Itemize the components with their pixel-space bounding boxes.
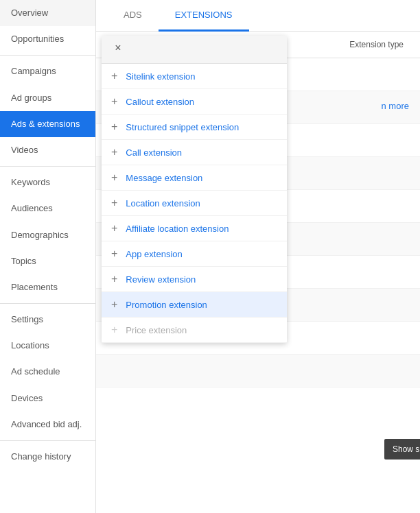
plus-icon: +	[111, 121, 117, 132]
tooltip-text: Show special sales and offers	[393, 444, 420, 454]
tab-ads[interactable]: ADS	[107, 0, 159, 32]
extension-item-label-affiliate-location: Affiliate location extension	[126, 224, 229, 234]
plus-icon: +	[111, 147, 117, 158]
sidebar-divider	[0, 440, 95, 441]
dropdown-items-container: +Sitelink extension+Callout extension+St…	[102, 64, 287, 343]
tab-bar: ADSEXTENSIONS	[96, 0, 420, 32]
more-link[interactable]: n more	[382, 101, 409, 111]
sidebar-item-ads-extensions[interactable]: Ads & extensions	[0, 111, 95, 137]
extension-item-review[interactable]: +Review extension	[102, 267, 287, 292]
extension-item-label-sitelink: Sitelink extension	[126, 71, 195, 82]
sidebar-item-campaigns[interactable]: Campaigns	[0, 58, 95, 84]
sidebar-item-settings[interactable]: Settings	[0, 307, 95, 333]
extension-item-label-message: Message extension	[126, 173, 202, 183]
plus-icon: +	[111, 324, 117, 335]
sidebar-item-ad-schedule[interactable]: Ad schedule	[0, 359, 95, 385]
sidebar-item-devices[interactable]: Devices	[0, 385, 95, 411]
extension-item-label-review: Review extension	[126, 274, 196, 285]
table-row	[96, 355, 420, 387]
sidebar-item-demographics[interactable]: Demographics	[0, 222, 95, 248]
extension-item-message[interactable]: +Message extension	[102, 165, 287, 191]
sidebar-item-placements[interactable]: Placements	[0, 274, 95, 300]
extension-item-callout[interactable]: +Callout extension	[102, 89, 287, 115]
tab-extensions[interactable]: EXTENSIONS	[159, 0, 249, 32]
extension-item-call[interactable]: +Call extension	[102, 140, 287, 165]
sidebar-item-ad-groups[interactable]: Ad groups	[0, 85, 95, 111]
main-content: ADSEXTENSIONS Extension type n more × +S…	[96, 0, 420, 513]
dropdown-close-row: ×	[102, 36, 287, 64]
extension-item-structured-snippet[interactable]: +Structured snippet extension	[102, 115, 287, 140]
extension-item-label-app: App extension	[126, 249, 182, 259]
extension-item-label-call: Call extension	[126, 147, 182, 158]
plus-icon: +	[111, 96, 117, 107]
sidebar-item-locations[interactable]: Locations	[0, 333, 95, 359]
sidebar-item-topics[interactable]: Topics	[0, 248, 95, 274]
sidebar-item-keywords[interactable]: Keywords	[0, 169, 95, 195]
extension-item-label-location: Location extension	[126, 198, 200, 208]
sidebar-item-change-history[interactable]: Change history	[0, 444, 95, 470]
extension-item-label-callout: Callout extension	[126, 97, 194, 107]
extension-item-promotion[interactable]: +Promotion extension	[102, 292, 287, 318]
extension-item-label-price: Price extension	[126, 325, 187, 335]
plus-icon: +	[111, 299, 117, 310]
extension-item-app[interactable]: +App extension	[102, 241, 287, 267]
plus-icon: +	[111, 172, 117, 183]
sidebar-divider	[0, 166, 95, 167]
plus-icon: +	[111, 274, 117, 285]
sidebar-item-overview[interactable]: Overview	[0, 0, 95, 26]
extension-type-column-header: Extension type	[349, 40, 409, 49]
sidebar-divider	[0, 55, 95, 56]
plus-icon: +	[111, 71, 117, 82]
sidebar-item-advanced-bid[interactable]: Advanced bid adj.	[0, 411, 95, 438]
sidebar: OverviewOpportunitiesCampaignsAd groupsA…	[0, 0, 96, 513]
sidebar-item-videos[interactable]: Videos	[0, 137, 95, 163]
extension-dropdown-panel: × +Sitelink extension+Callout extension+…	[102, 36, 287, 343]
extension-item-location[interactable]: +Location extension	[102, 191, 287, 216]
sidebar-divider	[0, 303, 95, 304]
plus-icon: +	[111, 198, 117, 208]
sidebar-item-opportunities[interactable]: Opportunities	[0, 26, 95, 52]
extension-item-label-promotion: Promotion extension	[126, 300, 207, 310]
plus-icon: +	[111, 223, 117, 234]
extension-item-price: +Price extension	[102, 318, 287, 343]
sidebar-item-audiences[interactable]: Audiences	[0, 195, 95, 222]
extension-item-affiliate-location[interactable]: +Affiliate location extension	[102, 216, 287, 241]
extension-item-sitelink[interactable]: +Sitelink extension	[102, 64, 287, 89]
promotion-tooltip: Show special sales and offers	[384, 439, 420, 460]
close-button[interactable]: ×	[111, 43, 125, 56]
extension-item-label-structured-snippet: Structured snippet extension	[126, 122, 239, 132]
plus-icon: +	[111, 248, 117, 259]
